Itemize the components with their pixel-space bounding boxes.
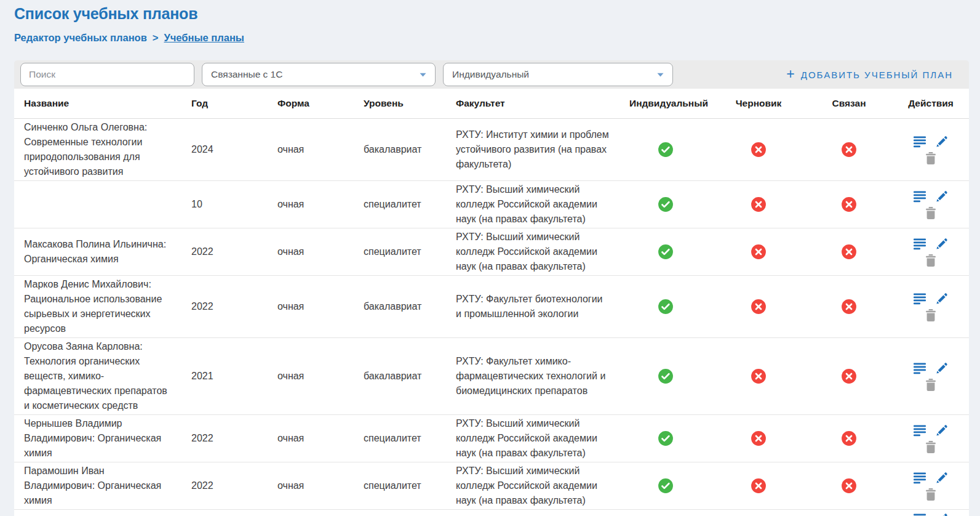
draft-status-cell [712, 228, 805, 276]
delete-plan-button[interactable] [925, 207, 936, 219]
plan-name-cell: Максакова Полина Ильинична: Органическая… [14, 228, 181, 276]
plan-level-cell: специалитет [354, 181, 446, 228]
actions-cell [893, 462, 969, 510]
add-plan-button[interactable]: + ДОБАВИТЬ УЧЕБНЫЙ ПЛАН [786, 68, 953, 82]
column-header-draft: Черновик [712, 89, 805, 119]
plan-form-cell [268, 510, 354, 516]
plan-level-cell: бакалавриат [354, 338, 446, 415]
plan-faculty-cell: РХТУ: Высший химический колледж Российск… [446, 415, 619, 462]
list-icon [914, 190, 926, 203]
linked-1c-filter-value: Связанные с 1С [211, 69, 282, 80]
draft-status-cell [712, 276, 805, 338]
plan-details-button[interactable] [914, 135, 926, 148]
delete-plan-button[interactable] [925, 488, 936, 501]
plan-faculty-cell: РХТУ: Факультет химико-фармацевтических … [446, 338, 619, 415]
cross-circle-icon [841, 244, 857, 260]
edit-plan-button[interactable] [936, 135, 948, 148]
trash-icon [925, 379, 936, 391]
list-icon [914, 135, 926, 148]
individual-status-cell [619, 462, 712, 510]
edit-plan-button[interactable] [936, 190, 948, 203]
pencil-icon [936, 135, 948, 148]
plan-level-cell: специалитет [354, 228, 446, 276]
plan-form-cell: очная [268, 462, 354, 510]
row-actions [914, 134, 948, 166]
delete-plan-button[interactable] [925, 309, 936, 321]
cross-circle-icon [841, 196, 857, 212]
trash-icon [925, 441, 936, 453]
table-row: Парамошин Иван Владимирович: Органическа… [14, 462, 969, 510]
draft-status-cell [712, 119, 805, 181]
check-circle-icon [658, 299, 674, 315]
plan-name-cell: Орусова Заяна Карловна: Технология орган… [14, 338, 181, 415]
trash-icon [925, 207, 936, 219]
plan-level-cell [354, 510, 446, 516]
delete-plan-button[interactable] [925, 379, 936, 391]
row-actions [914, 422, 948, 455]
table-row: 10очнаяспециалитетРХТУ: Высший химически… [14, 181, 969, 228]
breadcrumb: Редактор учебных планов > Учебные планы [14, 32, 969, 44]
delete-plan-button[interactable] [925, 152, 936, 164]
plan-details-button[interactable] [914, 238, 926, 250]
check-circle-icon [658, 244, 674, 260]
plan-faculty-cell: РХТУ: Факультет биотехнологии и промышле… [446, 276, 619, 338]
list-icon [914, 513, 926, 516]
row-actions [914, 236, 948, 268]
list-icon [914, 362, 926, 374]
individual-status-cell [619, 510, 712, 516]
page: Список учебных планов Редактор учебных п… [0, 0, 980, 516]
delete-plan-button[interactable] [925, 254, 936, 267]
edit-plan-button[interactable] [936, 238, 948, 250]
individual-filter-dropdown[interactable]: Индивидуальный [443, 63, 673, 86]
plan-name-cell [14, 181, 181, 228]
plan-name-cell: Синченко Ольга Олеговна: Современные тех… [14, 119, 181, 181]
pencil-icon [936, 238, 948, 250]
linked-status-cell [805, 228, 893, 276]
breadcrumb-editor-link[interactable]: Редактор учебных планов [14, 32, 147, 44]
cross-circle-icon [841, 430, 857, 446]
breadcrumb-plans-link[interactable]: Учебные планы [164, 32, 244, 44]
edit-plan-button[interactable] [936, 472, 948, 484]
row-actions [914, 360, 948, 393]
individual-status-cell [619, 228, 712, 276]
plan-details-button[interactable] [914, 190, 926, 203]
actions-cell [893, 276, 969, 338]
plan-details-button[interactable] [914, 424, 926, 437]
plan-faculty-cell: РХТУ: Институт химии и проблем устойчиво… [446, 119, 619, 181]
actions-cell [893, 338, 969, 415]
cross-circle-icon [841, 142, 857, 158]
edit-plan-button[interactable] [936, 362, 948, 374]
draft-status-cell [712, 181, 805, 228]
plan-details-button[interactable] [914, 292, 926, 305]
list-icon [914, 424, 926, 437]
linked-1c-filter-dropdown[interactable]: Связанные с 1С [202, 63, 436, 86]
plan-form-cell: очная [268, 415, 354, 462]
filter-toolbar: Связанные с 1С Индивидуальный + ДОБАВИТЬ… [14, 60, 969, 89]
column-header-individual: Индвидуальный [619, 89, 712, 119]
plan-level-cell: специалитет [354, 462, 446, 510]
edit-plan-button[interactable] [936, 424, 948, 437]
cross-circle-icon [841, 368, 857, 384]
plan-details-button[interactable] [914, 513, 926, 516]
plan-form-cell: очная [268, 338, 354, 415]
column-header-faculty: Факультет [446, 89, 619, 119]
pencil-icon [936, 190, 948, 203]
plan-level-cell: бакалавриат [354, 276, 446, 338]
individual-status-cell [619, 415, 712, 462]
check-circle-icon [658, 196, 674, 212]
plans-table-body: Синченко Ольга Олеговна: Современные тех… [14, 119, 969, 516]
table-row: Максакова Полина Ильинична: Органическая… [14, 228, 969, 276]
linked-status-cell [805, 276, 893, 338]
table-row: Чернышев Владимир Владимирович: Органиче… [14, 415, 969, 462]
individual-status-cell [619, 276, 712, 338]
cross-circle-icon [751, 142, 767, 158]
draft-status-cell [712, 462, 805, 510]
check-circle-icon [658, 368, 674, 384]
delete-plan-button[interactable] [925, 441, 936, 453]
table-row: Марков Денис Михайлович: Рациональное ис… [14, 276, 969, 338]
edit-plan-button[interactable] [936, 292, 948, 305]
search-input[interactable] [20, 63, 194, 86]
plan-details-button[interactable] [914, 362, 926, 374]
edit-plan-button[interactable] [936, 513, 948, 516]
plan-details-button[interactable] [914, 472, 926, 484]
